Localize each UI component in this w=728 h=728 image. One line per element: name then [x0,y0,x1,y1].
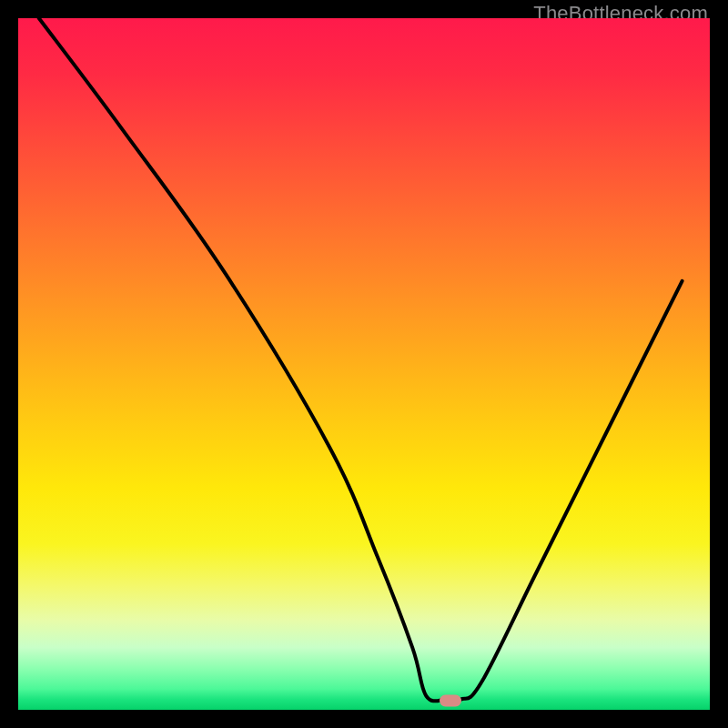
plot-area [18,18,710,710]
bottleneck-curve [18,18,710,710]
chart-frame: TheBottleneck.com [0,0,728,728]
optimal-point-marker [440,695,461,707]
